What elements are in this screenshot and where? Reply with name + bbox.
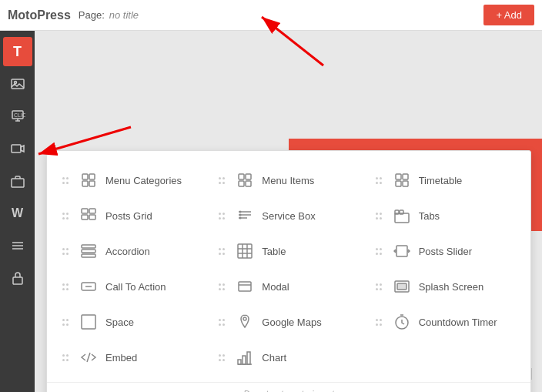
widget-label: Posts Grid	[105, 210, 152, 222]
svg-rect-15	[246, 174, 251, 179]
svg-rect-18	[396, 174, 401, 179]
timetable-icon	[391, 169, 413, 191]
posts-grid-icon	[78, 205, 99, 226]
svg-rect-38	[238, 244, 252, 258]
svg-rect-22	[82, 209, 88, 213]
add-button[interactable]: + Add	[483, 5, 534, 25]
svg-rect-56	[243, 356, 246, 364]
svg-rect-34	[400, 210, 403, 214]
logo: MotoPress	[8, 8, 71, 22]
menu-items-icon	[234, 169, 256, 191]
drag-handle	[219, 213, 225, 219]
widget-splash-screen[interactable]: Splash Screen	[368, 270, 523, 303]
svg-rect-46	[239, 282, 251, 291]
table-icon	[234, 240, 256, 262]
sidebar-item-video[interactable]	[3, 134, 32, 163]
widget-label: Splash Screen	[419, 281, 484, 293]
widget-google-maps[interactable]: Google Maps	[211, 305, 366, 339]
sidebar-item-image[interactable]	[3, 69, 32, 99]
svg-rect-25	[89, 215, 95, 219]
widget-label: Countdown Timer	[419, 317, 497, 328]
widget-label: Modal	[262, 281, 289, 293]
modal-icon	[234, 276, 256, 297]
svg-rect-17	[246, 181, 251, 186]
drag-handle	[376, 283, 382, 290]
drag-handle	[62, 213, 69, 219]
svg-rect-13	[89, 181, 95, 186]
widget-dropdown: Menu Categories Menu Items Timetable Pos…	[46, 150, 531, 392]
widget-posts-slider[interactable]: Posts Slider	[368, 234, 523, 268]
page-label: Page:	[79, 9, 105, 21]
tabs-icon	[391, 205, 413, 226]
widget-label: Table	[262, 246, 286, 257]
widget-accordion[interactable]: Accordion	[55, 234, 209, 268]
service-box-icon	[234, 205, 256, 226]
widget-embed[interactable]: Embed	[55, 340, 209, 374]
drag-handle	[62, 177, 69, 184]
svg-rect-49	[397, 283, 406, 290]
drag-handle	[219, 354, 225, 361]
svg-rect-5	[12, 179, 24, 187]
drag-hint: Drag to stage to insert	[47, 382, 530, 392]
widget-table[interactable]: Table	[211, 234, 366, 268]
svg-rect-43	[396, 246, 407, 256]
svg-rect-12	[82, 181, 88, 186]
sidebar-item-wordpress[interactable]: W	[3, 199, 32, 228]
drag-handle	[376, 177, 382, 184]
sidebar-item-menu[interactable]	[3, 231, 32, 260]
svg-rect-20	[396, 181, 401, 186]
widget-label: Space	[105, 317, 134, 328]
drag-handle	[219, 248, 225, 255]
menu-categories-icon	[78, 169, 99, 191]
sidebar-item-click[interactable]: CLICK	[3, 102, 32, 131]
svg-rect-21	[403, 181, 408, 186]
svg-rect-35	[82, 245, 95, 248]
svg-point-51	[243, 317, 246, 320]
top-bar: MotoPress Page: no title + Add	[0, 0, 542, 31]
widget-call-to-action[interactable]: Call To Action	[55, 270, 209, 303]
svg-rect-24	[82, 215, 88, 219]
sidebar-item-briefcase[interactable]	[3, 166, 32, 196]
widget-menu-items[interactable]: Menu Items	[211, 163, 366, 197]
space-icon	[78, 311, 99, 333]
drag-handle	[62, 354, 69, 361]
widget-label: Tabs	[419, 210, 440, 222]
drag-handle	[62, 283, 69, 290]
widget-modal[interactable]: Modal	[211, 270, 366, 303]
widget-label: Embed	[105, 352, 137, 364]
widget-label: Google Maps	[262, 317, 321, 328]
svg-rect-14	[239, 174, 244, 179]
svg-text:CLICK: CLICK	[14, 112, 25, 118]
widget-tabs[interactable]: Tabs	[368, 199, 523, 233]
drag-handle	[376, 213, 382, 219]
svg-rect-55	[238, 360, 241, 364]
widget-timetable[interactable]: Timetable	[368, 163, 523, 197]
widget-chart[interactable]: Chart	[211, 340, 366, 374]
widget-label: Posts Slider	[419, 246, 472, 257]
widget-label: Menu Items	[262, 175, 314, 186]
google-maps-icon	[234, 311, 256, 333]
widget-grid: Menu Categories Menu Items Timetable Pos…	[47, 159, 530, 379]
svg-rect-4	[12, 145, 21, 152]
embed-icon	[78, 347, 99, 368]
page-title: no title	[109, 9, 139, 21]
svg-rect-9	[13, 277, 22, 284]
posts-slider-icon	[391, 240, 413, 262]
svg-rect-36	[82, 250, 95, 253]
widget-label: Chart	[262, 352, 286, 364]
svg-point-29	[239, 211, 242, 213]
sidebar-item-text[interactable]: T	[3, 37, 32, 66]
svg-point-31	[239, 217, 242, 219]
accordion-icon	[78, 240, 99, 262]
widget-countdown-timer[interactable]: Countdown Timer	[368, 305, 523, 339]
sidebar-item-lock[interactable]	[3, 263, 32, 293]
sidebar: T CLICK W	[0, 31, 35, 392]
svg-point-30	[239, 214, 242, 216]
widget-service-box[interactable]: Service Box	[211, 199, 366, 233]
svg-rect-16	[239, 181, 244, 186]
widget-menu-categories[interactable]: Menu Categories	[55, 163, 209, 197]
drag-handle	[219, 283, 225, 290]
widget-label: Timetable	[419, 175, 463, 186]
widget-space[interactable]: Space	[55, 305, 209, 339]
widget-posts-grid[interactable]: Posts Grid	[55, 199, 209, 233]
